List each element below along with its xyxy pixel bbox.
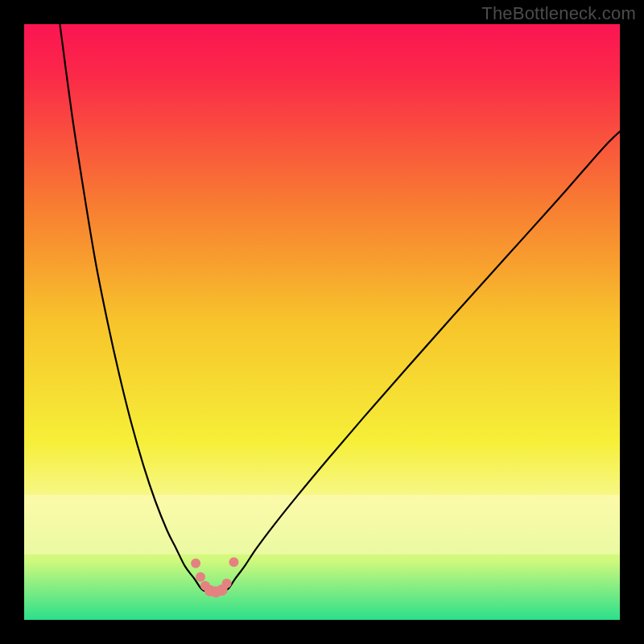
chart-frame: TheBottleneck.com: [0, 0, 644, 644]
marker-dot: [196, 572, 205, 582]
marker-dot: [222, 579, 232, 588]
chart-svg: [24, 24, 620, 620]
plot-area: [24, 24, 620, 620]
marker-dot: [229, 557, 238, 567]
watermark-text: TheBottleneck.com: [481, 3, 636, 24]
pale-band: [24, 495, 620, 555]
marker-dot: [191, 559, 200, 568]
